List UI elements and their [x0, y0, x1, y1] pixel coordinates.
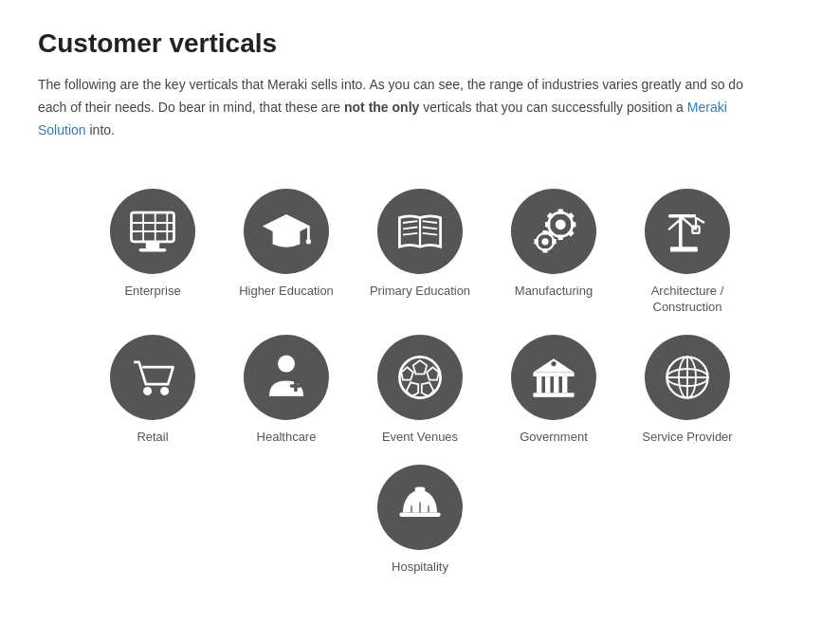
svg-rect-35	[668, 214, 696, 218]
vertical-hospitality: Hospitality	[361, 465, 480, 576]
architecture-label: Architecture / Construction	[629, 284, 747, 316]
svg-rect-58	[554, 376, 558, 393]
svg-rect-31	[542, 248, 547, 253]
government-icon-circle	[511, 335, 596, 420]
retail-icon-circle	[110, 335, 195, 420]
enterprise-icon-circle	[110, 189, 195, 274]
svg-rect-32	[534, 239, 539, 244]
higher-education-icon	[261, 206, 312, 257]
architecture-icon	[662, 206, 713, 257]
svg-rect-40	[692, 227, 699, 233]
manufacturing-label: Manufacturing	[515, 284, 593, 300]
svg-rect-68	[415, 486, 426, 491]
svg-point-43	[143, 387, 152, 395]
hospitality-icon	[394, 482, 446, 533]
government-icon	[528, 352, 579, 403]
svg-marker-50	[401, 367, 413, 380]
svg-rect-27	[567, 229, 575, 237]
svg-rect-23	[571, 222, 575, 227]
svg-point-48	[399, 358, 440, 398]
hospitality-icon-circle	[377, 465, 463, 550]
page-title: Customer verticals	[38, 28, 802, 59]
svg-rect-20	[558, 210, 563, 214]
manufacturing-icon	[528, 206, 579, 257]
event-venues-label: Event Venues	[382, 430, 458, 446]
svg-line-15	[423, 222, 437, 224]
retail-label: Retail	[137, 430, 168, 446]
svg-rect-55	[533, 373, 574, 377]
svg-rect-21	[558, 235, 563, 240]
vertical-government: Government	[495, 335, 613, 446]
svg-rect-47	[294, 380, 298, 393]
svg-rect-6	[146, 242, 159, 248]
page-description: The following are the key verticals that…	[38, 74, 758, 141]
government-label: Government	[520, 430, 588, 446]
svg-rect-67	[399, 512, 440, 517]
svg-point-45	[278, 356, 295, 373]
healthcare-icon	[261, 352, 312, 403]
svg-marker-49	[413, 360, 427, 374]
enterprise-label: Enterprise	[124, 284, 180, 300]
vertical-healthcare: Healthcare	[228, 335, 346, 446]
higher-education-icon-circle	[244, 189, 329, 274]
retail-icon	[127, 352, 178, 403]
svg-rect-57	[545, 376, 550, 393]
vertical-service-provider: Service Provider	[629, 335, 747, 446]
vertical-retail: Retail	[94, 335, 212, 446]
primary-education-label: Primary Education	[370, 284, 470, 300]
svg-rect-54	[533, 393, 574, 397]
svg-point-61	[551, 361, 556, 366]
event-venues-icon-circle	[377, 335, 463, 420]
svg-rect-7	[139, 248, 167, 252]
svg-point-19	[556, 220, 566, 230]
svg-rect-22	[545, 222, 550, 227]
svg-rect-42	[670, 248, 698, 252]
svg-rect-30	[542, 230, 547, 235]
svg-rect-24	[547, 212, 555, 220]
svg-rect-56	[537, 376, 541, 393]
event-venues-icon	[394, 352, 446, 403]
manufacturing-icon-circle	[511, 189, 596, 274]
enterprise-icon	[127, 206, 178, 257]
svg-point-44	[160, 387, 169, 395]
verticals-grid: Enterprise Higher Education	[38, 170, 802, 595]
svg-point-29	[541, 239, 548, 246]
svg-line-14	[403, 233, 417, 235]
svg-rect-25	[567, 212, 575, 220]
vertical-architecture: Architecture / Construction	[629, 189, 747, 316]
higher-education-label: Higher Education	[239, 284, 334, 300]
svg-point-10	[306, 239, 311, 244]
service-provider-icon-circle	[645, 335, 730, 420]
svg-rect-59	[562, 376, 567, 393]
healthcare-label: Healthcare	[257, 430, 317, 446]
architecture-icon-circle	[645, 189, 730, 274]
vertical-primary-education: Primary Education	[361, 189, 480, 316]
svg-rect-33	[552, 239, 557, 244]
vertical-manufacturing: Manufacturing	[495, 189, 613, 316]
healthcare-icon-circle	[244, 335, 329, 420]
svg-marker-51	[427, 367, 439, 380]
vertical-event-venues: Event Venues	[361, 335, 480, 446]
svg-line-17	[423, 233, 437, 235]
svg-line-36	[683, 218, 696, 230]
svg-line-13	[403, 228, 417, 229]
svg-line-39	[696, 218, 704, 223]
hospitality-label: Hospitality	[392, 559, 448, 576]
service-provider-icon	[662, 352, 713, 403]
primary-education-icon	[394, 206, 446, 257]
svg-line-12	[403, 222, 417, 224]
service-provider-label: Service Provider	[642, 430, 732, 446]
vertical-higher-education: Higher Education	[228, 189, 346, 316]
vertical-enterprise: Enterprise	[94, 189, 212, 316]
primary-education-icon-circle	[377, 189, 463, 274]
svg-line-16	[423, 228, 437, 229]
